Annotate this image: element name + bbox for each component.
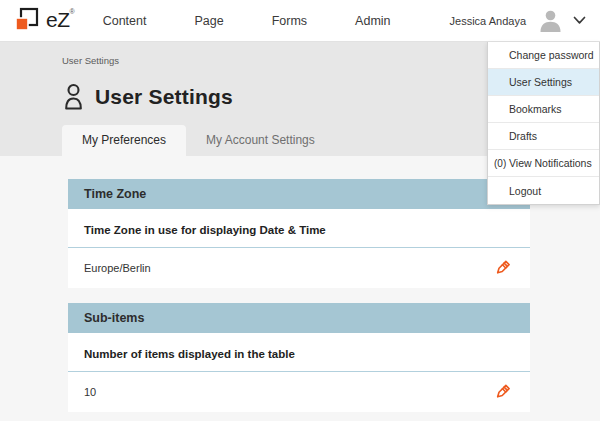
menu-item-user-settings[interactable]: User Settings [488,69,599,96]
user-dropdown-menu: Change password User Settings Bookmarks … [487,42,600,205]
ez-logo[interactable]: eZ ® [14,7,75,34]
section-title: Sub-items [84,311,144,325]
menu-item-label: Bookmarks [509,103,562,115]
menu-item-label: Drafts [509,130,537,142]
section-sub-items: Sub-items Number of items displayed in t… [68,303,530,412]
person-icon [62,83,85,110]
edit-timezone-button[interactable] [491,256,514,280]
setting-value: Europe/Berlin [84,262,151,274]
ez-logo-icon [14,7,42,34]
menu-item-label: Change password [509,49,594,61]
menu-item-count: (0) [494,158,509,169]
section-title: Time Zone [84,187,146,201]
main-nav: Content Page Forms Admin [103,14,391,28]
user-avatar-icon [537,7,564,34]
nav-item-content[interactable]: Content [103,14,147,28]
section-time-zone: Time Zone Time Zone in use for displayin… [68,179,530,288]
pencil-icon [493,266,512,281]
menu-item-label: Logout [509,185,541,197]
section-header: Sub-items [68,303,530,333]
edit-sub-items-button[interactable] [491,380,514,404]
menu-item-drafts[interactable]: Drafts [488,123,599,150]
top-bar: eZ ® Content Page Forms Admin Jessica An… [0,0,600,42]
chevron-down-icon[interactable] [573,16,586,25]
setting-row: 10 [68,372,530,412]
tab-my-account-settings[interactable]: My Account Settings [186,125,335,156]
pencil-icon [493,390,512,405]
menu-item-bookmarks[interactable]: Bookmarks [488,96,599,123]
menu-item-change-password[interactable]: Change password [488,42,599,69]
section-header: Time Zone [68,179,530,209]
section-body: Number of items displayed in the table 1… [68,333,530,412]
ez-logo-text: eZ [46,7,70,33]
nav-item-page[interactable]: Page [194,14,223,28]
registered-mark: ® [70,8,75,15]
section-body: Time Zone in use for displaying Date & T… [68,209,530,288]
user-name: Jessica Andaya [450,15,526,27]
page-title: User Settings [95,85,233,109]
menu-item-view-notifications[interactable]: (0) View Notifications [488,150,599,177]
user-menu-toggle[interactable]: Jessica Andaya [450,7,586,34]
nav-item-admin[interactable]: Admin [355,14,390,28]
setting-value: 10 [84,386,96,398]
setting-row: Europe/Berlin [68,248,530,288]
menu-item-logout[interactable]: Logout [488,177,599,204]
setting-label: Time Zone in use for displaying Date & T… [68,209,530,248]
menu-item-label: User Settings [509,76,572,88]
menu-item-label: View Notifications [509,157,592,169]
tab-my-preferences[interactable]: My Preferences [62,125,186,156]
setting-label: Number of items displayed in the table [68,333,530,372]
nav-item-forms[interactable]: Forms [272,14,307,28]
